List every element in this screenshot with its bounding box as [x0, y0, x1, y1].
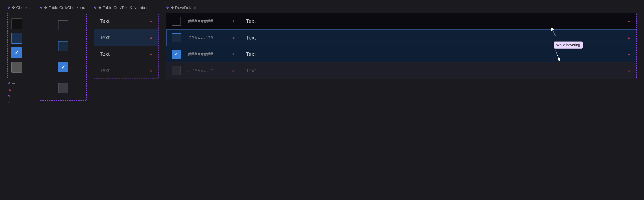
section-text-number-label: ❖ ❖ Table Cell/Text & Number — [94, 6, 159, 10]
row-right-tri-2: ▲ — [620, 36, 631, 40]
tcb-checkmark: ✓ — [61, 64, 65, 70]
diamond-icon-4: ❖ — [166, 6, 169, 10]
tcb-hover[interactable] — [58, 41, 68, 51]
mini-row-4: ✓ — [8, 100, 15, 104]
tcb-disabled[interactable] — [58, 83, 68, 93]
tn-triangle-4: ▲ — [149, 68, 153, 73]
row-hash-1: ######## — [188, 18, 228, 24]
diamond-icon-2: ❖ — [40, 6, 42, 10]
text-number-panel: Text ▲ Text ▲ Text ▲ Text ▲ — [94, 13, 159, 79]
data-row-4: ######## ▲ Text ▲ — [166, 62, 636, 79]
tcb-row-checked: ✓ — [47, 62, 79, 72]
tn-row-1[interactable]: Text ▲ — [94, 13, 158, 30]
row-cb-1[interactable] — [172, 16, 181, 26]
mini-items: ❖ ··· ▲ ❖ ··· ✓ — [7, 81, 15, 104]
row-tri-1: ▲ — [232, 19, 242, 24]
checkbox-indeterminate[interactable] — [11, 62, 22, 72]
mini-diamond-icon-2: ❖ — [8, 94, 10, 98]
row-check-icon: ✓ — [175, 52, 178, 56]
row-hash-2: ######## — [188, 35, 228, 40]
tcb-row-hover — [47, 41, 79, 51]
tn-text-4: Text — [100, 67, 110, 74]
tcb-row-disabled — [47, 83, 79, 93]
row-hash-4: ######## — [188, 68, 228, 74]
mini-check-icon: ✓ — [8, 100, 11, 104]
row-default-panel: ######## ▲ Text ▲ ######## ▲ Text ▲ ✓ ##… — [166, 13, 637, 79]
table-checkbox-panel: ✓ — [40, 13, 87, 101]
tn-row-4: Text ▲ — [94, 62, 158, 78]
tcb-unchecked[interactable] — [58, 20, 68, 30]
diamond-icon: ❖ — [7, 6, 10, 10]
tn-text-3: Text — [100, 51, 110, 57]
section-text-number: ❖ ❖ Table Cell/Text & Number Text ▲ Text… — [94, 6, 159, 79]
tcb-checked[interactable]: ✓ — [58, 62, 68, 72]
row-right-tri-3: ▲ — [620, 52, 631, 56]
row-tri-2: ▲ — [232, 36, 242, 40]
mini-dots-1: ··· — [12, 81, 15, 86]
mini-row-1: ❖ ··· — [8, 81, 15, 86]
mini-row-3: ❖ ··· — [8, 94, 15, 98]
section-table-checkbox: ❖ ❖ Table Cell/Checkbox ✓ — [40, 6, 87, 101]
tn-row-2[interactable]: Text ▲ — [94, 30, 158, 46]
row-text-2: Text — [246, 35, 616, 41]
mini-row-2: ▲ — [8, 87, 15, 92]
row-cb-2[interactable] — [172, 33, 181, 42]
row-right-tri-4: ▲ — [620, 68, 631, 73]
data-row-1[interactable]: ######## ▲ Text ▲ — [166, 13, 636, 30]
section-row-label: ❖ ❖ Row/Default — [166, 6, 637, 10]
mini-triangle-icon: ▲ — [8, 87, 12, 92]
checkmark-icon: ✓ — [14, 50, 19, 55]
row-tri-4: ▲ — [232, 68, 242, 73]
tn-row-3[interactable]: Text ▲ — [94, 46, 158, 62]
row-text-1: Text — [246, 18, 616, 24]
row-hash-3: ######## — [188, 51, 228, 57]
section-checkboxes-label: ❖ ❖ Check... — [7, 6, 31, 10]
checkbox-checked[interactable]: ✓ — [11, 47, 22, 58]
tn-triangle-1: ▲ — [149, 19, 153, 24]
section-table-checkbox-label: ❖ ❖ Table Cell/Checkbox — [40, 6, 87, 10]
checkbox-unchecked-border[interactable] — [11, 33, 22, 44]
section-row-default: ❖ ❖ Row/Default ######## ▲ Text ▲ ######… — [166, 6, 637, 79]
tn-text-2: Text — [100, 34, 110, 40]
tn-text-1: Text — [100, 18, 110, 24]
row-text-3: Text — [246, 51, 616, 57]
row-right-tri-1: ▲ — [620, 19, 631, 24]
tn-triangle-3: ▲ — [149, 52, 153, 56]
section-checkboxes: ❖ ❖ Check... ✓ ❖ ··· ▲ ❖ ··· ✓ — [7, 6, 32, 104]
data-row-3[interactable]: ✓ ######## ▲ Text ▲ — [166, 46, 636, 62]
row-cb-3[interactable]: ✓ — [172, 50, 181, 59]
tcb-row-unchecked — [47, 20, 79, 30]
mini-diamond-icon: ❖ — [8, 82, 10, 85]
row-cb-4 — [172, 66, 181, 75]
row-text-4: Text — [246, 68, 616, 74]
checkbox-panel: ✓ — [7, 13, 26, 78]
checkbox-unchecked-dark[interactable] — [11, 18, 22, 29]
data-row-2[interactable]: ######## ▲ Text ▲ — [166, 30, 636, 46]
row-tri-3: ▲ — [232, 52, 242, 56]
diamond-icon-3: ❖ — [94, 6, 97, 10]
tn-triangle-2: ▲ — [149, 35, 153, 40]
mini-dots-2: ··· — [12, 94, 15, 98]
